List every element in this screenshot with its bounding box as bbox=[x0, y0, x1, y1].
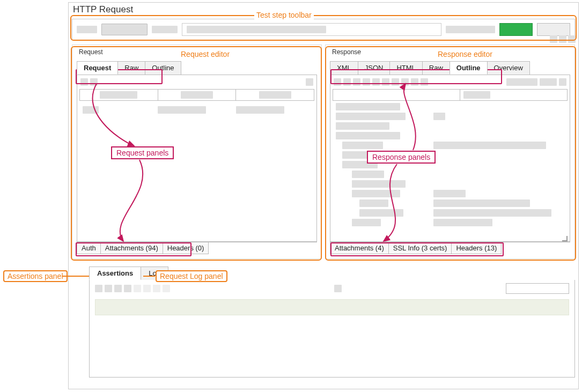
tab-headers[interactable]: Headers (0) bbox=[163, 242, 209, 254]
tab-attachments[interactable]: Attachments (4) bbox=[330, 242, 389, 254]
request-editor-title: Request bbox=[77, 48, 317, 56]
toolbar-icon[interactable] bbox=[334, 285, 342, 292]
tab-log[interactable]: Log bbox=[141, 267, 168, 280]
toolbar-icon[interactable] bbox=[124, 285, 131, 292]
toolbar-ph bbox=[446, 26, 495, 33]
toolbar-icon[interactable] bbox=[421, 78, 428, 86]
toolbar-ph bbox=[152, 26, 178, 33]
corner-icon[interactable] bbox=[559, 35, 566, 43]
toolbar-icon[interactable] bbox=[372, 78, 380, 86]
callout-assertions-label: Assertions panel bbox=[3, 270, 68, 282]
tab-html[interactable]: HTML bbox=[389, 61, 422, 75]
toolbar-icon[interactable] bbox=[105, 285, 112, 292]
request-tabs: Request Raw Outline bbox=[77, 61, 317, 75]
toolbar-button[interactable] bbox=[537, 23, 570, 36]
toolbar-ph bbox=[77, 26, 97, 33]
request-bottom-tabs: Auth Attachments (94) Headers (0) bbox=[77, 242, 317, 254]
tab-headers[interactable]: Headers (13) bbox=[451, 242, 502, 254]
toolbar-icon[interactable] bbox=[143, 285, 151, 292]
connector bbox=[143, 276, 155, 277]
url-input[interactable] bbox=[182, 23, 441, 36]
toolbar-icon[interactable] bbox=[559, 78, 566, 86]
tab-outline[interactable]: Outline bbox=[145, 61, 181, 75]
lower-panel: Assertions Log bbox=[89, 267, 575, 378]
tab-assertions[interactable]: Assertions bbox=[89, 267, 141, 280]
request-editor: Request Request Raw Outline bbox=[72, 45, 322, 259]
toolbar-icon[interactable] bbox=[411, 78, 418, 86]
toolbar-icon[interactable] bbox=[334, 78, 341, 86]
tab-sslinfo[interactable]: SSL Info (3 certs) bbox=[388, 242, 452, 254]
filter-input[interactable] bbox=[506, 283, 569, 294]
corner-icon[interactable] bbox=[568, 35, 576, 43]
tab-auth[interactable]: Auth bbox=[77, 242, 101, 254]
toolbar-icon[interactable] bbox=[95, 285, 102, 292]
toolbar-icon[interactable] bbox=[343, 78, 351, 86]
toolbar-icon[interactable] bbox=[540, 78, 557, 86]
toolbar-icon[interactable] bbox=[382, 78, 389, 86]
toolbar-icon[interactable] bbox=[363, 78, 370, 86]
response-editor: Response XML JSON HTML Raw Outline Overv… bbox=[325, 45, 575, 259]
request-body bbox=[77, 75, 317, 242]
toolbar-icon[interactable] bbox=[353, 78, 360, 86]
tab-attachments[interactable]: Attachments (94) bbox=[100, 242, 163, 254]
tab-raw[interactable]: Raw bbox=[422, 61, 450, 75]
toolbar-icon[interactable] bbox=[80, 78, 88, 86]
toolbar-icon[interactable] bbox=[90, 78, 98, 86]
toolbar-icon[interactable] bbox=[392, 78, 399, 86]
connector bbox=[62, 276, 91, 277]
toolbar-icon[interactable] bbox=[401, 78, 409, 86]
test-step-toolbar bbox=[72, 19, 575, 40]
tab-raw[interactable]: Raw bbox=[117, 61, 145, 75]
response-body bbox=[330, 75, 570, 242]
corner-icon[interactable] bbox=[550, 35, 557, 43]
tab-request[interactable]: Request bbox=[77, 61, 118, 75]
method-dropdown[interactable] bbox=[101, 24, 148, 35]
toolbar-icon[interactable] bbox=[306, 78, 313, 86]
tab-xml[interactable]: XML bbox=[330, 61, 358, 75]
resize-grip-icon[interactable] bbox=[562, 236, 568, 241]
submit-button[interactable] bbox=[499, 23, 533, 36]
toolbar-icon[interactable] bbox=[506, 78, 537, 86]
response-editor-title: Response bbox=[330, 48, 570, 56]
toolbar-icon[interactable] bbox=[114, 285, 122, 292]
tab-overview[interactable]: Overview bbox=[487, 61, 530, 75]
tab-json[interactable]: JSON bbox=[358, 61, 391, 75]
http-request-window: HTTP Request Request Request Raw Outline bbox=[68, 2, 579, 389]
assertion-row[interactable] bbox=[95, 299, 569, 315]
toolbar-icon[interactable] bbox=[153, 285, 160, 292]
response-bottom-tabs: Attachments (4) SSL Info (3 certs) Heade… bbox=[330, 242, 570, 254]
window-title: HTTP Request bbox=[69, 3, 578, 17]
toolbar-icon[interactable] bbox=[134, 285, 141, 292]
response-tabs: XML JSON HTML Raw Outline Overview bbox=[330, 61, 570, 75]
tab-outline[interactable]: Outline bbox=[450, 61, 488, 75]
toolbar-icon[interactable] bbox=[163, 285, 170, 292]
